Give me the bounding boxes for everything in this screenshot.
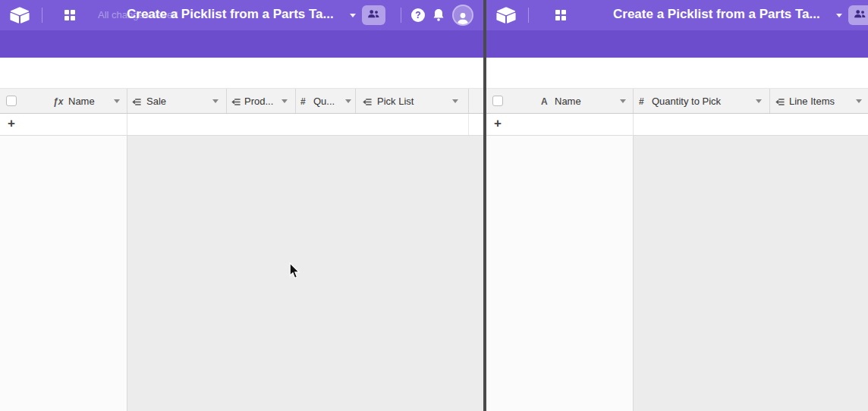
base-title[interactable]: Create a Picklist from a Parts Ta... — [613, 7, 820, 22]
chevron-down-icon[interactable] — [856, 99, 862, 103]
column-divider[interactable] — [633, 89, 634, 113]
airtable-logo-icon[interactable] — [10, 7, 30, 27]
topbar: All changes saved Create a Picklist from… — [0, 0, 483, 30]
chevron-down-icon[interactable] — [345, 99, 351, 103]
column-header[interactable]: Pick List — [377, 96, 414, 107]
chevron-down-icon[interactable] — [281, 99, 288, 103]
column-header[interactable]: Name — [68, 96, 95, 107]
chevron-down-icon[interactable] — [756, 99, 762, 103]
airtable-logo-icon[interactable] — [496, 7, 516, 27]
number-field-icon: # — [639, 96, 644, 107]
linked-record-field-icon — [231, 96, 241, 110]
column-header[interactable]: Sale — [146, 96, 166, 107]
column-header[interactable]: Name — [555, 96, 581, 107]
grid-header-row: ƒx Name Sale Prod... # Qu... Pick List — [0, 89, 483, 114]
select-all-checkbox[interactable] — [492, 96, 503, 106]
select-all-checkbox[interactable] — [6, 96, 17, 106]
collaborators-icon — [854, 8, 866, 22]
help-icon[interactable]: ? — [411, 8, 425, 22]
divider — [528, 8, 529, 23]
column-header[interactable]: Qu... — [313, 96, 335, 107]
column-divider — [127, 114, 127, 135]
divider — [42, 8, 42, 23]
chevron-down-icon[interactable] — [452, 99, 458, 103]
column-divider — [468, 114, 469, 135]
apps-grid-icon[interactable] — [555, 9, 567, 24]
notifications-bell-icon[interactable] — [432, 8, 445, 25]
chevron-down-icon[interactable] — [114, 99, 120, 103]
column-header[interactable]: Line Items — [789, 96, 835, 107]
chevron-down-icon[interactable] — [212, 99, 219, 103]
divider — [401, 8, 401, 23]
airtable-before-after: { "colors": { "topbar_purple": "#7a5cd8"… — [0, 0, 868, 411]
view-toolbar: VIEWS Grid view — [0, 58, 483, 89]
linked-record-field-icon — [775, 96, 785, 110]
column-divider[interactable] — [295, 89, 296, 113]
chevron-down-icon[interactable] — [350, 14, 356, 17]
table-tabbar: Sales Line Items PO + AUTOMATIONS EXTENS… — [0, 30, 483, 58]
help-glyph: ? — [415, 10, 420, 20]
avatar[interactable] — [454, 6, 472, 24]
apps-grid-icon[interactable] — [64, 9, 76, 24]
grid-empty-area[interactable] — [0, 136, 483, 411]
single-line-text-field-icon: A — [541, 96, 548, 107]
column-divider[interactable] — [355, 89, 356, 113]
chevron-down-icon[interactable] — [620, 99, 626, 103]
grid-header-row: A Name # Quantity to Pick Line Items — [486, 89, 868, 114]
chevron-down-icon[interactable] — [836, 14, 842, 17]
formula-field-icon: ƒx — [53, 96, 63, 107]
column-divider — [633, 114, 634, 135]
view-toolbar: VIEWS Grid view — [486, 58, 868, 89]
column-divider[interactable] — [226, 89, 227, 113]
topbar: Create a Picklist from a Parts Ta... — [486, 0, 868, 30]
frozen-column-area[interactable] — [486, 136, 634, 411]
left-screen: All changes saved Create a Picklist from… — [0, 0, 483, 411]
frozen-column-area[interactable] — [0, 136, 127, 411]
column-divider[interactable] — [769, 89, 770, 113]
add-row[interactable]: + — [0, 114, 483, 136]
grid-empty-area[interactable] — [486, 136, 868, 411]
add-record-icon[interactable]: + — [494, 116, 502, 131]
column-header[interactable]: Quantity to Pick — [652, 96, 721, 107]
number-field-icon: # — [300, 96, 306, 107]
linked-record-field-icon — [363, 96, 373, 110]
column-header[interactable]: Prod... — [244, 96, 273, 107]
right-screen: Create a Picklist from a Parts Ta... Sal… — [486, 0, 868, 411]
table-tabbar: Sales Line Items Pick List + AUTOMATIONS — [486, 30, 868, 58]
linked-record-field-icon — [132, 96, 142, 110]
add-record-icon[interactable]: + — [8, 116, 15, 131]
column-divider[interactable] — [468, 89, 469, 113]
share-button[interactable] — [848, 5, 868, 25]
add-row[interactable]: + — [486, 114, 868, 136]
mouse-cursor — [289, 262, 300, 282]
collaborators-icon — [367, 8, 380, 22]
share-button[interactable] — [362, 5, 385, 25]
column-divider[interactable] — [127, 89, 127, 113]
base-title[interactable]: Create a Picklist from a Parts Ta... — [127, 7, 334, 22]
